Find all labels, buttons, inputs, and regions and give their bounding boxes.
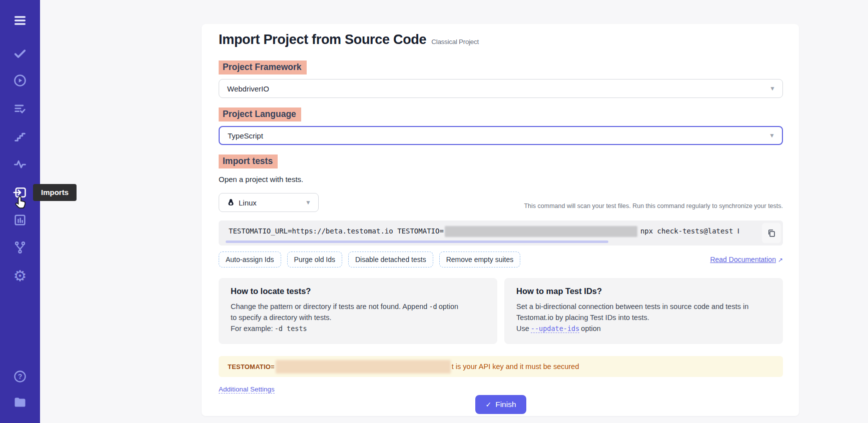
info-text: For example: <box>231 324 273 332</box>
pulse-icon <box>13 157 27 171</box>
finish-row: ✓ Finish <box>219 395 783 414</box>
sidebar-item-runs[interactable] <box>13 74 27 88</box>
chevron-down-icon: ▼ <box>305 199 311 206</box>
import-project-card: Import Project from Source CodeClassical… <box>202 24 799 416</box>
import-tests-label: Import tests <box>219 154 278 168</box>
option-auto-assign-ids[interactable]: Auto-assign Ids <box>219 252 281 268</box>
page-subtitle: Classical Project <box>431 38 479 46</box>
copy-icon <box>767 228 776 238</box>
inline-code: -d <box>429 302 437 310</box>
gear-icon: ⚙ <box>14 269 27 283</box>
inline-code: -d tests <box>275 324 307 332</box>
hamburger-menu-icon <box>13 14 27 28</box>
chevron-down-icon: ▼ <box>769 85 775 92</box>
sidebar-item-activity[interactable] <box>13 157 27 171</box>
sidebar-item-reports[interactable] <box>13 213 27 227</box>
play-circle-icon <box>13 74 27 88</box>
finish-button-label: Finish <box>495 400 516 409</box>
info-text: Change the pattern or directory if tests… <box>231 302 427 310</box>
import-tests-hint: Open a project with tests. <box>219 175 783 184</box>
info-box-title: How to map Test IDs? <box>516 286 771 296</box>
info-box-map-test-ids: How to map Test IDs? Set a bi-directiona… <box>504 278 783 344</box>
redacted-api-key <box>445 226 637 237</box>
finish-button[interactable]: ✓ Finish <box>475 395 526 414</box>
info-box-title: How to locate tests? <box>231 286 485 296</box>
sidebar-item-menu[interactable] <box>13 14 27 28</box>
sidebar-item-tests[interactable] <box>13 46 27 60</box>
external-link-icon: ↗ <box>778 256 783 264</box>
read-documentation-link[interactable]: Read Documentation↗ <box>710 256 783 264</box>
sidebar: ⚙ ? <box>0 0 40 423</box>
imports-tooltip: Imports <box>33 184 77 201</box>
command-text: TESTOMATIO_URL=https://beta.testomat.io … <box>229 226 739 237</box>
stairs-icon <box>13 130 27 144</box>
framework-label: Project Framework <box>219 60 307 74</box>
check-icon: ✓ <box>485 400 491 408</box>
sidebar-item-milestones[interactable] <box>13 130 27 144</box>
sidebar-item-settings[interactable]: ⚙ <box>13 269 27 283</box>
sidebar-item-test-plans[interactable] <box>13 102 27 116</box>
sidebar-item-help[interactable]: ? <box>13 370 27 384</box>
warning-text: t is your API key and it must be secured <box>452 362 579 370</box>
language-label: Project Language <box>219 108 301 122</box>
help-circle-icon: ? <box>13 370 27 384</box>
app-viewport: ⚙ ? Imports Import Project from Source C… <box>0 0 868 423</box>
page-title: Import Project from Source CodeClassical… <box>219 32 783 48</box>
option-remove-empty-suites[interactable]: Remove empty suites <box>439 252 521 268</box>
language-select-value: TypeScript <box>228 132 263 140</box>
read-documentation-text: Read Documentation <box>710 256 776 264</box>
framework-select-value: WebdriverIO <box>227 84 269 93</box>
os-row: Linux ▼ This command will scan your test… <box>219 193 783 212</box>
info-text: option <box>581 324 601 332</box>
update-ids-code-link[interactable]: --update-ids <box>531 324 580 333</box>
info-text: Set a bi-directional connection between … <box>516 302 748 322</box>
os-select[interactable]: Linux ▼ <box>219 193 319 212</box>
folder-icon <box>13 394 27 408</box>
svg-text:?: ? <box>18 372 23 380</box>
api-key-warning: TESTOMATIO= t is your API key and it mus… <box>219 356 783 377</box>
info-boxes-row: How to locate tests? Change the pattern … <box>219 278 783 344</box>
warning-label: TESTOMATIO= <box>228 363 275 370</box>
bar-chart-icon <box>13 213 27 227</box>
language-select[interactable]: TypeScript ▼ <box>219 126 783 145</box>
info-text: Use <box>516 324 529 332</box>
option-disable-detached-tests[interactable]: Disable detached tests <box>348 252 433 268</box>
info-box-body: Change the pattern or directory if tests… <box>231 302 466 334</box>
linux-penguin-icon <box>227 198 235 207</box>
redacted-api-key <box>276 360 451 374</box>
command-prefix: TESTOMATIO_URL=https://beta.testomat.io … <box>229 227 444 235</box>
framework-select[interactable]: WebdriverIO ▼ <box>219 79 783 98</box>
page-title-text: Import Project from Source Code <box>219 32 426 47</box>
info-box-body: Set a bi-directional connection between … <box>516 302 751 334</box>
sidebar-item-branches[interactable] <box>13 240 27 254</box>
additional-settings-link[interactable]: Additional Settings <box>219 386 275 394</box>
command-row: TESTOMATIO_URL=https://beta.testomat.io … <box>219 220 783 246</box>
info-box-locate-tests: How to locate tests? Change the pattern … <box>219 278 497 344</box>
mouse-cursor <box>14 195 29 210</box>
check-icon <box>13 46 27 60</box>
option-purge-old-ids[interactable]: Purge old Ids <box>287 252 343 268</box>
copy-command-button[interactable] <box>762 223 781 243</box>
chevron-down-icon: ▼ <box>769 132 775 139</box>
import-options-row: Auto-assign Ids Purge old Ids Disable de… <box>219 252 783 268</box>
command-clipped-char: Ⅰ <box>737 227 739 235</box>
sidebar-item-projects[interactable] <box>13 394 27 408</box>
command-hint: This command will scan your test files. … <box>524 196 783 210</box>
command-suffix: npx check-tests@latest <box>640 227 733 235</box>
git-branch-icon <box>13 240 27 254</box>
command-scrollbar[interactable] <box>226 240 608 243</box>
os-select-value: Linux <box>239 198 257 207</box>
list-check-icon <box>13 102 27 116</box>
